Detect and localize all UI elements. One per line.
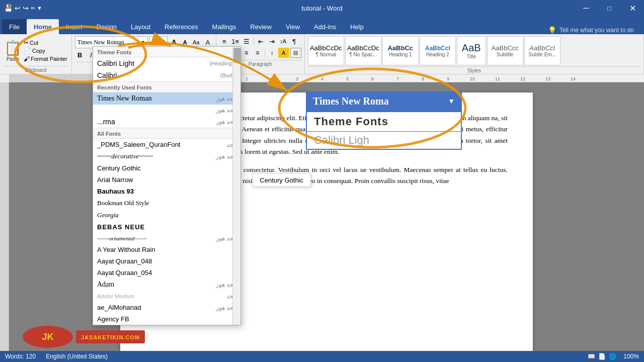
font-item-times-new-roman[interactable]: Times New Roman أبجد هوز (93, 93, 240, 105)
svg-rect-1 (240, 74, 644, 82)
font-item-bauhaus[interactable]: Bauhaus 93 (93, 186, 240, 197)
font-item-recent-3[interactable]: ...rma أبجد هوز (93, 116, 240, 128)
styles-group-label: Styles (308, 66, 640, 74)
borders-btn[interactable]: ⊟ (290, 48, 301, 58)
font-item-adam[interactable]: Adam أبجد هوز (93, 279, 240, 291)
close-btn[interactable]: ✕ (621, 0, 644, 16)
bullets-btn[interactable]: ≡ (219, 36, 229, 46)
tab-layout[interactable]: Layout (124, 19, 157, 34)
tab-insert[interactable]: Insert (59, 19, 90, 34)
undo-icon[interactable]: ↩ (15, 4, 21, 12)
tab-review[interactable]: Review (243, 19, 279, 34)
search-light-icon: 💡 (548, 26, 556, 34)
justify-btn[interactable]: ≡ (253, 48, 263, 58)
all-fonts-header: All Fonts (93, 128, 240, 139)
view-mode-web[interactable]: 🌐 (609, 353, 616, 360)
svg-text:12: 12 (520, 76, 525, 81)
font-item-recent-2[interactable]: أبجد هوز (93, 105, 240, 116)
word-count: Words: 120 (5, 353, 36, 360)
svg-text:11: 11 (495, 76, 500, 81)
svg-text:2: 2 (271, 76, 273, 81)
style-heading1[interactable]: AaBbCc Heading 1 (382, 36, 419, 65)
font-item-aayat-048[interactable]: Aayat Quraan_048 (93, 255, 240, 267)
font-name-calibri-light: Calibri Light (97, 59, 134, 67)
tab-references[interactable]: References (157, 19, 205, 34)
search-box[interactable]: Tell me what you want to do (559, 27, 634, 34)
watermark-logo: JK (42, 332, 53, 342)
decrease-indent-btn[interactable]: ⇤ (256, 36, 266, 46)
font-item-bebas[interactable]: BEBAS NEUE (93, 221, 240, 233)
svg-text:3: 3 (296, 76, 298, 81)
multilevel-list-btn[interactable]: ☰ (242, 36, 252, 46)
font-item-agency[interactable]: Agency FB (93, 313, 240, 325)
increase-font-size-btn[interactable]: A (169, 37, 179, 47)
cut-button[interactable]: ✂ Cut (24, 39, 67, 46)
font-item-georgia[interactable]: Georgia (93, 209, 240, 221)
numbering-btn[interactable]: 1≡ (230, 36, 240, 46)
minimize-btn[interactable]: ─ (575, 0, 598, 16)
show-formatting-btn[interactable]: ¶ (289, 36, 299, 46)
font-item-pdms[interactable]: _PDMS_Saleem_QuranFont أبجد (93, 139, 240, 150)
font-dropdown-arrow: ▼ (141, 40, 145, 45)
tab-addins[interactable]: Add-ins (307, 19, 343, 34)
font-item-almohanad[interactable]: ae_AlMohanad ايجد هوز (93, 302, 240, 313)
paste-button[interactable]: 📋 Paste (4, 40, 22, 62)
style-no-spacing[interactable]: AaBbCcDc ¶ No Spac... (345, 36, 381, 65)
tab-home[interactable]: Home (27, 19, 59, 34)
font-item-decorative2[interactable]: ~~~~ornamental~~~~ أبجد هوز (93, 233, 240, 244)
font-item-calibri-light[interactable]: Calibri Light (Headings) (93, 57, 240, 69)
font-item-aayat-054[interactable]: Aayat Quraan_054 (93, 267, 240, 279)
font-dropdown-panel: Theme Fonts Calibri Light (Headings) Cal… (93, 46, 241, 325)
align-right-btn[interactable]: ≡ (242, 48, 252, 58)
sort-btn[interactable]: ↕A (278, 36, 288, 46)
tab-mailings[interactable]: Mailings (205, 19, 244, 34)
svg-text:9: 9 (447, 76, 449, 81)
view-mode-read[interactable]: 📖 (588, 353, 595, 360)
redo-icon[interactable]: ↪ (23, 4, 29, 12)
recently-used-header: Recently Used Fonts (93, 81, 240, 93)
increase-indent-btn[interactable]: ⇥ (267, 36, 277, 46)
font-item-decorative1[interactable]: ~~~~decorative~~~~ أبجد هوز (93, 150, 240, 162)
font-item-century-gothic[interactable]: Century Gothic (93, 162, 240, 174)
change-case-btn[interactable]: Aa (191, 37, 201, 47)
font-item-adobe[interactable]: Adobe Medium أبجد (93, 291, 240, 302)
svg-text:7: 7 (396, 76, 399, 81)
scrollbar-thumb[interactable] (233, 48, 240, 63)
font-item-year-without-rain[interactable]: A Year Without Rain (93, 244, 240, 255)
tab-view[interactable]: View (279, 19, 307, 34)
style-heading2[interactable]: AaBbCcI Heading 2 (420, 36, 456, 65)
svg-text:5: 5 (346, 76, 349, 81)
century-gothic-tooltip: Century Gothic (252, 173, 311, 187)
tab-file[interactable]: File (2, 19, 27, 34)
clear-format-btn[interactable]: A (203, 37, 213, 47)
watermark: JK JASAKETIKIN.COM (23, 326, 145, 348)
style-subtle-em[interactable]: AaBbCcI Subtle Em... (524, 36, 560, 65)
style-subtitle[interactable]: AaBbCcc Subtitle (487, 36, 523, 65)
customize-icon[interactable]: ✏ ▼ (31, 5, 42, 12)
font-item-bookman[interactable]: Bookman Old Style (93, 197, 240, 209)
ribbon-tabs: File Home Insert Design Layout Reference… (0, 16, 644, 34)
font-item-arial-narrow[interactable]: Arial Narrow Century Gothic (93, 174, 240, 186)
svg-text:14: 14 (571, 76, 576, 81)
clipboard-label: Clipboard (4, 66, 67, 74)
clipboard-group: 📋 Paste ✂ Cut 📄 Copy 🖌 Format Painter Cl… (0, 34, 72, 74)
save-icon[interactable]: 💾 (4, 4, 13, 12)
svg-text:4: 4 (321, 76, 324, 81)
style-title[interactable]: AaB Title (457, 36, 486, 65)
view-mode-print[interactable]: 📄 (598, 353, 606, 360)
format-painter-button[interactable]: 🖌 Format Painter (24, 55, 67, 62)
maximize-btn[interactable]: □ (598, 0, 621, 16)
font-item-calibri[interactable]: Calibri (Body) (93, 69, 240, 81)
watermark-text: JASAKETIKIN.COM (81, 334, 140, 340)
tab-design[interactable]: Design (90, 19, 124, 34)
decrease-font-size-btn[interactable]: A (181, 38, 190, 47)
tab-help[interactable]: Help (343, 19, 371, 34)
shading-btn[interactable]: A (278, 48, 289, 58)
line-spacing-btn[interactable]: ↕ (267, 48, 277, 58)
copy-button[interactable]: 📄 Copy (24, 47, 67, 54)
dropdown-scrollbar[interactable] (232, 47, 240, 325)
status-bar: Words: 120 English (United States) 📖 📄 🌐… (0, 351, 644, 362)
theme-fonts-header: Theme Fonts (93, 47, 240, 57)
bold-btn[interactable]: B (75, 50, 85, 60)
style-normal[interactable]: AaBbCcDc ¶ Normal (308, 36, 344, 65)
